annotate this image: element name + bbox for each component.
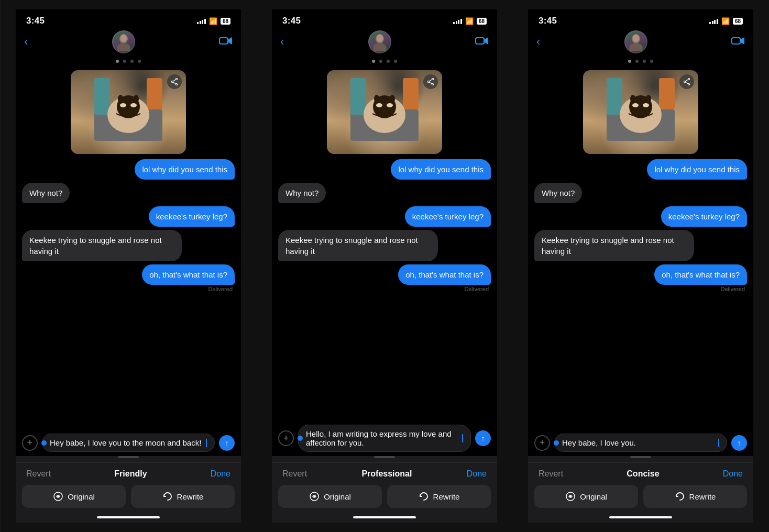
avatar-2[interactable] [368, 30, 391, 53]
avatar-1[interactable] [112, 30, 135, 53]
done-button-2[interactable]: Done [467, 469, 487, 479]
video-icon-2 [475, 36, 489, 46]
svg-rect-45 [732, 38, 740, 44]
share-icon-2 [427, 78, 434, 85]
message-row-3-4: Keekee trying to snuggle and rose not ha… [534, 230, 747, 261]
send-button-2[interactable]: ↑ [475, 430, 491, 446]
dot-4 [138, 60, 141, 63]
share-button-1[interactable] [167, 74, 182, 89]
svg-marker-46 [741, 37, 744, 45]
svg-rect-3 [219, 38, 228, 44]
person-icon-2 [372, 32, 387, 51]
rewrite-label-3: Rewrite [689, 492, 716, 501]
revert-button-2[interactable]: Revert [282, 469, 307, 479]
status-icons-2: 📶 68 [453, 17, 487, 25]
avatar-inner-3 [625, 31, 646, 52]
rewrite-button-2[interactable]: Rewrite [387, 485, 491, 508]
messages-area-3: lol why did you send this Why not? keeke… [528, 66, 753, 429]
dot-2-3 [387, 60, 390, 63]
input-wrapper-1[interactable]: Hey babe, I love you to the moon and bac… [42, 434, 215, 452]
video-icon-1 [219, 36, 233, 46]
bubble-3-5: oh, that's what that is? [654, 264, 747, 285]
svg-point-11 [130, 103, 137, 107]
svg-point-52 [632, 103, 639, 107]
svg-rect-24 [476, 38, 484, 44]
send-button-3[interactable]: ↑ [731, 435, 747, 451]
add-button-2[interactable]: + [278, 430, 294, 446]
messages-area-2: lol why did you send this Why not? keeke… [272, 66, 497, 420]
svg-point-57 [684, 81, 686, 83]
share-button-2[interactable] [423, 74, 438, 89]
message-row-3-2: Why not? [534, 183, 747, 203]
original-button-3[interactable]: Original [534, 485, 638, 508]
svg-point-41 [314, 496, 315, 497]
mode-label-3: Concise [627, 469, 659, 479]
input-wrapper-2[interactable]: Hello, I am writing to express my love a… [298, 425, 471, 452]
svg-line-39 [429, 82, 432, 84]
done-button-1[interactable]: Done [211, 469, 230, 479]
rewrite-label-2: Rewrite [433, 492, 460, 501]
video-call-button-1[interactable] [219, 36, 233, 48]
video-icon-3 [731, 36, 745, 46]
video-call-button-2[interactable] [475, 36, 489, 48]
status-bar-3: 3:45 📶 68 [528, 9, 753, 28]
phone-2: 3:45 📶 68 ‹ [272, 9, 497, 523]
svg-line-59 [685, 80, 688, 81]
avatar-inner-1 [113, 31, 134, 52]
rewrite-button-3[interactable]: Rewrite [643, 485, 747, 508]
input-wrapper-3[interactable]: Hey babe, I love you. [554, 434, 727, 452]
cat-svg-1 [94, 78, 162, 141]
back-button-1[interactable]: ‹ [24, 35, 28, 49]
input-text-3[interactable]: Hey babe, I love you. [562, 438, 718, 447]
bottom-controls-1: Revert Friendly Done [16, 462, 241, 483]
original-button-2[interactable]: Original [278, 485, 382, 508]
status-icons-1: 📶 68 [197, 17, 230, 25]
bottom-controls-3: Revert Concise Done [528, 462, 753, 483]
bottom-actions-2: Original Rewrite [272, 483, 497, 516]
rewrite-button-1[interactable]: Rewrite [131, 485, 235, 508]
bottom-bar-3: Revert Concise Done Original [528, 456, 753, 523]
add-button-1[interactable]: + [22, 435, 38, 451]
bottom-handle-2 [374, 456, 395, 458]
bubble-1-5: oh, that's what that is? [142, 264, 235, 285]
rewrite-icon-1 [162, 491, 173, 502]
avatar-inner-2 [369, 31, 390, 52]
input-text-2[interactable]: Hello, I am writing to express my love a… [306, 429, 462, 447]
revert-button-3[interactable]: Revert [539, 469, 563, 479]
revert-button-1[interactable]: Revert [26, 469, 51, 479]
cursor-3 [718, 439, 719, 447]
svg-line-18 [173, 82, 175, 84]
dot-2-1 [372, 60, 375, 63]
dot-2-4 [394, 60, 397, 63]
original-icon-1 [53, 491, 63, 502]
home-indicator-3 [609, 516, 672, 518]
svg-rect-6 [94, 78, 110, 115]
back-button-3[interactable]: ‹ [536, 35, 540, 49]
input-text-1[interactable]: Hey babe, I love you to the moon and bac… [50, 438, 205, 447]
bubble-2-2: Why not? [278, 183, 326, 203]
video-call-button-3[interactable] [731, 36, 745, 48]
svg-point-58 [688, 84, 690, 85]
person-icon-1 [116, 32, 131, 51]
svg-rect-28 [403, 78, 419, 109]
svg-point-14 [176, 79, 178, 80]
original-button-1[interactable]: Original [22, 485, 126, 508]
message-row-2-3: keekee's turkey leg? [278, 206, 491, 227]
send-button-1[interactable]: ↑ [219, 435, 235, 451]
avatar-3[interactable] [624, 30, 647, 53]
dot-3-4 [650, 60, 653, 63]
wifi-icon-1: 📶 [209, 17, 217, 25]
done-button-3[interactable]: Done [723, 469, 743, 479]
battery-2: 68 [477, 18, 487, 25]
bubble-1-1: lol why did you send this [135, 159, 235, 180]
svg-point-34 [390, 95, 395, 103]
share-button-3[interactable] [679, 74, 694, 89]
back-button-2[interactable]: ‹ [280, 35, 284, 49]
phone-3-wrapper: 3:45 📶 68 ‹ [513, 0, 769, 532]
svg-point-1 [117, 43, 130, 51]
cat-svg-2 [350, 78, 419, 141]
svg-point-62 [570, 496, 572, 497]
svg-point-55 [646, 95, 651, 103]
delivered-1: Delivered [208, 286, 235, 292]
add-button-3[interactable]: + [534, 435, 550, 451]
